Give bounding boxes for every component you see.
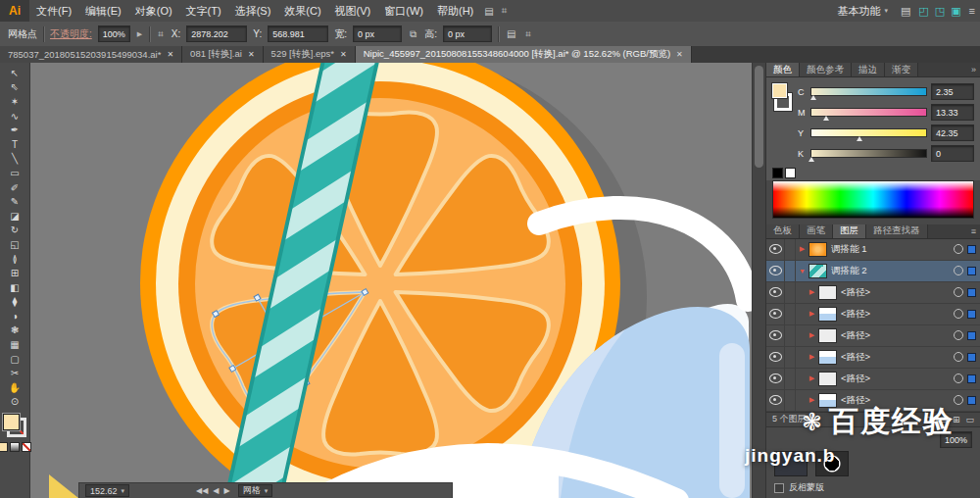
- pencil-tool[interactable]: ✎: [3, 194, 26, 209]
- close-tab-icon[interactable]: ✕: [248, 50, 255, 59]
- menu-help[interactable]: 帮助(H): [430, 4, 480, 19]
- layer-name[interactable]: 调搭能 2: [831, 265, 952, 277]
- layer-name[interactable]: <路径>: [841, 373, 952, 385]
- new-sublayer-icon[interactable]: ⊟: [939, 415, 947, 424]
- yellow-slider[interactable]: [810, 128, 927, 137]
- constrain-proportions-icon[interactable]: ⧉: [408, 28, 418, 40]
- next-artboard-button[interactable]: ▶: [224, 486, 230, 495]
- magenta-value-input[interactable]: 13.33: [931, 104, 974, 121]
- direct-selection-tool[interactable]: ⇖: [3, 80, 26, 95]
- delete-layer-icon[interactable]: ▭: [965, 415, 974, 424]
- selection-indicator[interactable]: [967, 353, 976, 362]
- panel-opacity-input[interactable]: 100%: [940, 431, 972, 448]
- sublayer-row[interactable]: ▶ <路径>: [766, 347, 980, 369]
- target-circle[interactable]: [954, 330, 963, 340]
- workspace-switcher[interactable]: 基本功能 ▾: [829, 4, 896, 19]
- layer-name[interactable]: <路径>: [841, 308, 952, 321]
- expand-arrow[interactable]: ▶: [806, 374, 818, 382]
- artboard-tool[interactable]: ▢: [3, 352, 26, 367]
- menu-select[interactable]: 选择(S): [228, 4, 278, 19]
- menu-object[interactable]: 对象(O): [128, 4, 179, 19]
- sublayer-row[interactable]: ▶ <路径>: [766, 369, 980, 390]
- expand-arrow[interactable]: ▼: [796, 268, 808, 274]
- eyedropper-tool[interactable]: ⧫: [3, 295, 26, 310]
- dock-collapse-button[interactable]: »: [918, 63, 980, 76]
- target-circle[interactable]: [954, 244, 963, 254]
- selection-indicator[interactable]: [967, 310, 976, 319]
- column-graph-tool[interactable]: ▦: [3, 337, 26, 352]
- tab-layers[interactable]: 图层: [833, 224, 866, 238]
- color-button[interactable]: [0, 442, 8, 452]
- black-value-input[interactable]: 0: [931, 145, 974, 162]
- opacity-label[interactable]: 不透明度:: [50, 27, 92, 41]
- yellow-value-input[interactable]: 42.35: [931, 124, 974, 141]
- selection-indicator[interactable]: [967, 396, 976, 405]
- white-swatch[interactable]: [785, 168, 796, 178]
- layer-name[interactable]: 调搭能 1: [831, 243, 952, 256]
- black-slider[interactable]: [810, 149, 927, 158]
- arrange-documents-icon[interactable]: ⌗: [498, 5, 512, 17]
- sublayer-row[interactable]: ▶ <路径>: [766, 304, 980, 325]
- tab-brushes[interactable]: 画笔: [800, 224, 833, 238]
- layer-row-selected[interactable]: ▼ 调搭能 2: [766, 261, 980, 282]
- fill-swatch[interactable]: [3, 414, 20, 430]
- none-button[interactable]: [22, 442, 31, 452]
- panel-fill-swatch[interactable]: [772, 83, 787, 98]
- gradient-button[interactable]: [10, 442, 20, 452]
- scrollbar-thumb[interactable]: [755, 66, 763, 168]
- opacity-input[interactable]: 100%: [98, 25, 130, 42]
- tab-color[interactable]: 颜色: [766, 63, 800, 76]
- menu-icon[interactable]: ≡: [964, 5, 980, 17]
- type-tool[interactable]: T: [3, 137, 26, 152]
- visibility-toggle[interactable]: [766, 239, 785, 260]
- transform-panel-icon[interactable]: ▤: [505, 28, 517, 39]
- prev-artboard-button[interactable]: ◀: [213, 486, 219, 495]
- lock-toggle[interactable]: [785, 304, 796, 324]
- magic-wand-tool[interactable]: ✶: [3, 94, 26, 109]
- zoom-tool[interactable]: ⊙: [3, 395, 26, 410]
- visibility-toggle[interactable]: [766, 347, 785, 368]
- document-tab[interactable]: 529 [转换].eps* ✕: [264, 46, 356, 63]
- panel-menu-icon[interactable]: ≡: [928, 224, 980, 238]
- height-input[interactable]: 0 px: [443, 25, 492, 42]
- menu-view[interactable]: 视图(V): [328, 4, 378, 19]
- layer-name[interactable]: <路径>: [841, 351, 952, 364]
- opacity-spinner-icon[interactable]: ▶: [136, 30, 143, 38]
- mesh-tool[interactable]: ⊞: [3, 266, 26, 280]
- eraser-tool[interactable]: ◪: [3, 209, 26, 224]
- menu-file[interactable]: 文件(F): [29, 4, 78, 19]
- visibility-toggle[interactable]: [766, 304, 785, 324]
- blend-tool[interactable]: ◑: [3, 309, 26, 324]
- selection-tool[interactable]: ↖: [3, 66, 26, 80]
- layer-name[interactable]: <路径>: [841, 329, 952, 342]
- expand-arrow[interactable]: ▶: [806, 288, 818, 296]
- bridge-icon[interactable]: ▤: [480, 6, 497, 17]
- lock-toggle[interactable]: [785, 369, 796, 389]
- expand-arrow[interactable]: ▶: [796, 245, 808, 253]
- reference-point-icon[interactable]: ⌗: [156, 28, 166, 40]
- first-artboard-button[interactable]: ◀◀: [196, 486, 208, 495]
- sublayer-row[interactable]: ▶ <路径>: [766, 282, 980, 304]
- cyan-value-input[interactable]: 2.35: [931, 83, 974, 100]
- target-circle[interactable]: [954, 266, 963, 275]
- new-layer-icon[interactable]: ⊞: [953, 415, 960, 424]
- close-tab-icon[interactable]: ✕: [340, 50, 347, 59]
- window-cascade-icon[interactable]: ◳: [932, 5, 948, 18]
- expand-arrow[interactable]: ▶: [806, 353, 818, 361]
- canvas-artwork[interactable]: [29, 63, 753, 498]
- mask-thumbnail[interactable]: [815, 451, 849, 476]
- layer-name[interactable]: <路径>: [841, 394, 952, 407]
- visibility-toggle[interactable]: [766, 282, 785, 303]
- fill-stroke-control[interactable]: [3, 414, 26, 437]
- lasso-tool[interactable]: ∿: [3, 109, 26, 124]
- zoom-control[interactable]: 152.62 ▾: [85, 484, 129, 497]
- target-circle[interactable]: [954, 395, 963, 405]
- selection-indicator[interactable]: [967, 374, 976, 383]
- visibility-toggle[interactable]: [766, 390, 785, 411]
- scale-tool[interactable]: ◱: [3, 237, 26, 252]
- rotate-tool[interactable]: ↻: [3, 224, 26, 238]
- hand-tool[interactable]: ✋: [3, 380, 26, 395]
- selection-indicator[interactable]: [967, 288, 976, 297]
- paintbrush-tool[interactable]: ✐: [3, 180, 26, 195]
- close-tab-icon[interactable]: ✕: [167, 50, 173, 59]
